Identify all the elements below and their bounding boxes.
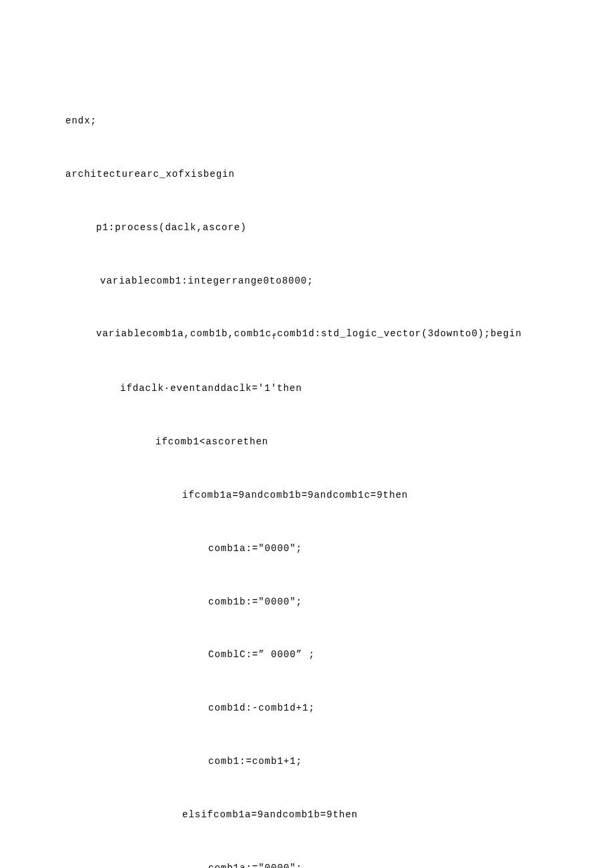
code-line: elsifcomb1a=9andcomb1b=9then xyxy=(65,806,614,824)
code-line: variablecomb1a,comb1b,comb1cfcomb1d:std_… xyxy=(65,325,614,344)
code-line: architecturearc_xofxisbegin xyxy=(65,165,614,183)
code-line: comb1a:="0000"; xyxy=(65,859,614,869)
code-line: ComblC:=” 0000” ; xyxy=(65,646,614,664)
code-line: variablecomb1:integerrange0to8000; xyxy=(65,272,614,290)
code-line: ifcomb1a=9andcomb1b=9andcomb1c=9then xyxy=(65,486,614,504)
code-text: comb1d:std_logic_vector(3downto0);begin xyxy=(277,328,522,339)
code-line: endx; xyxy=(65,112,614,130)
code-line: comb1d:-comb1d+1; xyxy=(65,699,614,717)
code-block: endx; architecturearc_xofxisbegin p1:pro… xyxy=(65,77,614,868)
code-line: comb1a:="0000"; xyxy=(65,540,614,558)
code-line: comb1:=comb1+1; xyxy=(65,753,614,771)
code-line: ifdaclk·eventanddaclk='1'then xyxy=(65,380,614,398)
code-text: variablecomb1a,comb1b,comb1c xyxy=(96,328,272,339)
code-line: comb1b:="0000"; xyxy=(65,593,614,611)
code-line: ifcomb1<ascorethen xyxy=(65,433,614,451)
document-page: endx; architecturearc_xofxisbegin p1:pro… xyxy=(0,0,614,868)
code-line: p1:process(daclk,ascore) xyxy=(65,219,614,237)
